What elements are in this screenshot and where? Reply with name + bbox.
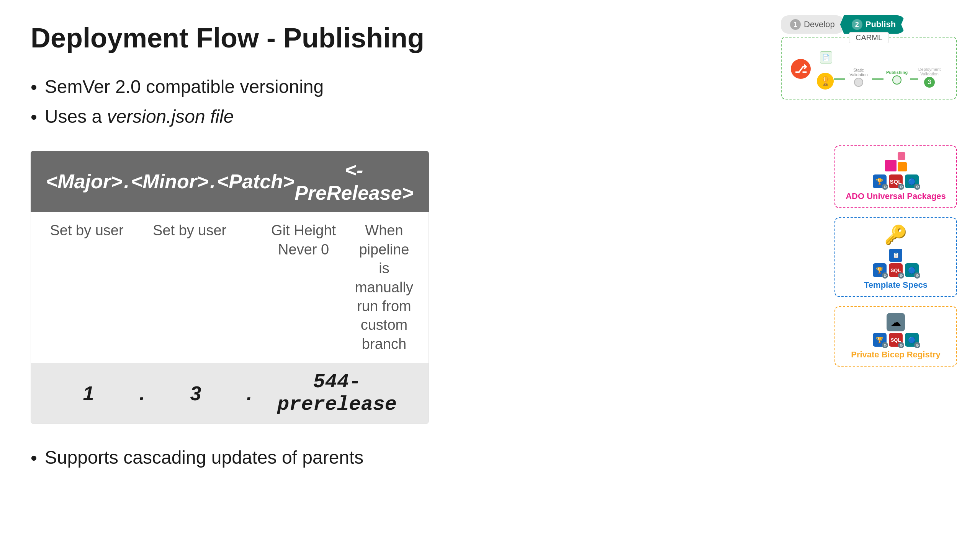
pipeline-diagram: 1 Develop 2 Publish CARML ⎇ 📄 (781, 15, 957, 99)
desc-patch: Git Height Never 0 (252, 221, 355, 259)
stage-flow: 🏆 StaticValidation Publishing (817, 65, 947, 90)
key-icon: 🔑 (884, 224, 907, 246)
stage3-circle: 3 (924, 77, 935, 88)
example-major: 1 (46, 382, 131, 405)
tab-develop: 1 Develop (781, 15, 844, 34)
trophy-icon: 🏆 (817, 73, 834, 90)
doc-row: 📄 (820, 51, 947, 64)
tab-publish: 2 Publish (840, 15, 905, 34)
version-table: <Major> . <Minor> . <Patch> <-PreRelease… (31, 151, 429, 424)
line-1 (834, 78, 845, 80)
header-dot1: . (122, 170, 131, 193)
main-content: Deployment Flow - Publishing SemVer 2.0 … (0, 0, 460, 515)
template-list-icon: 📋 (889, 249, 902, 262)
bicep-card: ☁ 🏆 ⚙ SQL ⚙ 🔵 ⚙ Private Bicep Registry (834, 306, 957, 367)
example-dot2: . (238, 382, 261, 405)
bullet-item-2: Uses a version.json file (31, 106, 429, 128)
tab-publish-label: Publish (865, 20, 896, 29)
example-dot1: . (131, 382, 154, 405)
bicep-title: Private Bicep Registry (841, 350, 950, 360)
template-title: Template Specs (841, 280, 950, 290)
tab-develop-label: Develop (804, 20, 835, 29)
line-2 (872, 78, 883, 80)
version-desc-row: Set by user Set by user Git Height Never… (31, 212, 429, 363)
bicep-sub-icons: 🏆 ⚙ SQL ⚙ 🔵 ⚙ (841, 333, 950, 347)
bullet-item-3: Supports cascading updates of parents (31, 447, 429, 469)
version-example-row: 1 . 3 . 544-prerelease (31, 363, 429, 424)
ado-card: 🏆 ⚙ SQL ⚙ 🔵 ⚙ ADO Universal Packages (834, 145, 957, 208)
bullet-item-1: SemVer 2.0 compatible versioning (31, 76, 429, 98)
tab-develop-number: 1 (790, 19, 801, 30)
stage-3: DeploymentValidation 3 (918, 67, 941, 88)
bicep-cloud-icon: ☁ (887, 313, 905, 331)
page-title: Deployment Flow - Publishing (31, 23, 429, 53)
bullet-list-2: Supports cascading updates of parents (31, 447, 429, 469)
example-value: 544-prerelease (261, 371, 413, 416)
ado-sub-icons: 🏆 ⚙ SQL ⚙ 🔵 ⚙ (841, 174, 950, 188)
template-card: 🔑 📋 🏆 ⚙ SQL ⚙ 🔵 ⚙ Template Specs (834, 217, 957, 297)
desc-prerelease: When pipeline is manually run from custo… (355, 221, 413, 354)
desc-minor: Set by user (149, 221, 230, 240)
right-panel: 🏆 ⚙ SQL ⚙ 🔵 ⚙ ADO Universal Packages 🔑 📋… (834, 145, 957, 367)
line-3 (910, 78, 918, 80)
pipeline-inner-label: CARML (849, 32, 889, 43)
header-patch: <Patch> (217, 170, 294, 193)
header-minor: <Minor> (131, 170, 208, 193)
static-circle (854, 78, 863, 87)
template-sub-icons: 🏆 ⚙ SQL ⚙ 🔵 ⚙ (841, 263, 950, 277)
stages-container: 📄 🏆 StaticValidation (817, 51, 947, 90)
desc-major: Set by user (46, 221, 127, 240)
tab-publish-number: 2 (852, 19, 862, 30)
header-dot2: . (208, 170, 217, 193)
git-icon: ⎇ (787, 55, 815, 83)
pipeline-box: CARML ⎇ 📄 🏆 (781, 37, 957, 99)
git-icon-container: ⎇ (791, 59, 811, 79)
ado-title: ADO Universal Packages (841, 191, 950, 201)
publish-circle (892, 75, 901, 85)
stage-trophy: 🏆 (817, 65, 834, 90)
bullet-list: SemVer 2.0 compatible versioning Uses a … (31, 76, 429, 128)
stage-static: StaticValidation (845, 68, 872, 87)
example-minor: 3 (154, 382, 238, 405)
version-header-row: <Major> . <Minor> . <Patch> <-PreRelease… (31, 151, 429, 212)
ado-logo (841, 152, 950, 171)
header-major: <Major> (46, 170, 122, 193)
pipeline-tabs: 1 Develop 2 Publish (781, 15, 957, 34)
stage-publishing: Publishing (883, 70, 910, 85)
doc-icon: 📄 (820, 51, 832, 64)
header-prerelease: <-PreRelease> (294, 158, 414, 204)
pipeline-content: ⎇ 📄 🏆 (788, 44, 950, 93)
